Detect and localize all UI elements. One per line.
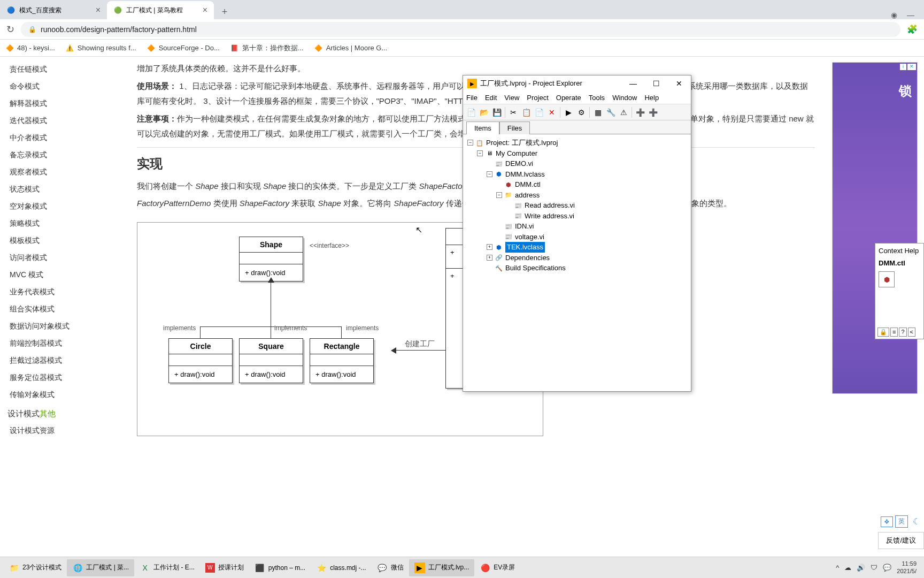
sidebar-item[interactable]: 中介者模式: [0, 130, 124, 147]
tab-items[interactable]: Items: [466, 121, 499, 134]
taskbar-clock[interactable]: 11:59 2021/5/: [897, 560, 917, 574]
menu-help[interactable]: Help: [644, 94, 659, 102]
delete-icon[interactable]: ✕: [546, 107, 558, 118]
advertisement[interactable]: i ✕ 锁: [832, 62, 918, 394]
minimize-window-icon[interactable]: —: [907, 11, 914, 19]
save-icon[interactable]: 💾: [491, 107, 503, 118]
filter-icon[interactable]: ▦: [592, 107, 604, 118]
sidebar-item-resources[interactable]: 设计模式资源: [0, 422, 124, 439]
menu-view[interactable]: View: [504, 94, 519, 102]
close-icon[interactable]: ×: [96, 5, 101, 15]
taskbar-item[interactable]: W授课计划: [200, 559, 249, 576]
taskbar-item[interactable]: X工作计划 - E...: [134, 559, 200, 576]
lock-help-icon[interactable]: 🔒: [877, 328, 889, 337]
bookmark-keysi[interactable]: 🔶48) - keysi...: [5, 44, 55, 52]
minimize-button[interactable]: —: [625, 78, 641, 89]
collapse-icon[interactable]: −: [467, 140, 473, 146]
cut-icon[interactable]: ✂: [507, 107, 519, 118]
bookmark-showing-results[interactable]: ⚠️Showing results f...: [66, 44, 136, 52]
sidebar-item[interactable]: 观察者模式: [0, 164, 124, 181]
browser-tab-runoob[interactable]: 🟢 工厂模式 | 菜鸟教程 ×: [107, 1, 214, 19]
tray-volume-icon[interactable]: 🔊: [857, 564, 865, 572]
taskbar-item[interactable]: 🔴EV录屏: [474, 559, 520, 576]
ime-indicator[interactable]: ❖ 英 ☾: [881, 515, 923, 528]
tree-dmm-class[interactable]: − ⬢ DMM.lvclass: [467, 169, 687, 180]
ad-info-icon[interactable]: i: [900, 64, 906, 70]
sidebar-item[interactable]: 状态模式: [0, 181, 124, 198]
sidebar-item[interactable]: 命令模式: [0, 78, 124, 95]
sidebar-item[interactable]: 策略模式: [0, 215, 124, 232]
add-folder-icon[interactable]: ➕: [647, 107, 659, 118]
menu-operate[interactable]: Operate: [556, 94, 581, 102]
tray-security-icon[interactable]: 🛡: [871, 564, 877, 572]
ad-close-icon[interactable]: ✕: [907, 64, 916, 70]
bookmark-articles-moore[interactable]: 🔶Articles | Moore G...: [314, 44, 388, 52]
tree-my-computer[interactable]: − 🖥 My Computer: [467, 148, 687, 159]
sidebar-item[interactable]: 访问者模式: [0, 249, 124, 267]
collapse-icon[interactable]: −: [496, 192, 502, 198]
sidebar-item[interactable]: 组合实体模式: [0, 301, 124, 318]
tree-dependencies[interactable]: + 🔗 Dependencies: [467, 253, 687, 263]
resolve-icon[interactable]: 🔧: [605, 107, 617, 118]
extensions-icon[interactable]: 🧩: [907, 24, 918, 35]
close-button[interactable]: ✕: [672, 78, 687, 89]
bookmark-sourceforge[interactable]: 🔶SourceForge - Do...: [147, 44, 220, 52]
sidebar-item[interactable]: 前端控制器模式: [0, 335, 124, 352]
tab-files[interactable]: Files: [499, 121, 530, 134]
tree-idn-vi[interactable]: 📰 IDN.vi: [467, 221, 687, 232]
question-help-icon[interactable]: ?: [899, 328, 906, 337]
run-icon[interactable]: ▶: [563, 107, 574, 118]
menu-file[interactable]: File: [466, 94, 478, 102]
tree-project-root[interactable]: − 📋 Project: 工厂模式.lvproj: [467, 138, 687, 148]
taskbar-item[interactable]: 🌐工厂模式 | 菜...: [67, 559, 134, 576]
labview-project-explorer-window[interactable]: ▶ 工厂模式.lvproj - Project Explorer — ☐ ✕ F…: [463, 75, 691, 392]
new-icon[interactable]: 📄: [465, 107, 477, 118]
sidebar-item[interactable]: 拦截过滤器模式: [0, 352, 124, 369]
menu-window[interactable]: Window: [612, 94, 637, 102]
warning-icon[interactable]: ⚠: [618, 107, 629, 118]
sidebar-item[interactable]: 数据访问对象模式: [0, 318, 124, 335]
tree-voltage-vi[interactable]: 📰 voltage.vi: [467, 232, 687, 242]
sidebar-item[interactable]: 备忘录模式: [0, 147, 124, 164]
properties-icon[interactable]: ⚙: [575, 107, 587, 118]
feedback-button[interactable]: 反馈/建议: [878, 532, 924, 549]
tree-tek-class[interactable]: + ⬢ TEK.lvclass: [467, 242, 687, 253]
paste-icon[interactable]: 📄: [533, 107, 545, 118]
close-icon[interactable]: ×: [203, 5, 207, 15]
taskbar-item[interactable]: ⬛python – m...: [249, 559, 311, 576]
expand-icon[interactable]: +: [487, 244, 492, 250]
maximize-button[interactable]: ☐: [649, 78, 664, 89]
taskbar-item[interactable]: 📁23个设计模式: [3, 559, 67, 576]
sidebar-item[interactable]: 迭代器模式: [0, 112, 124, 130]
tray-notification-icon[interactable]: 💬: [883, 564, 891, 572]
menu-tools[interactable]: Tools: [589, 94, 605, 102]
sidebar-item[interactable]: MVC 模式: [0, 267, 124, 284]
sidebar-item[interactable]: 空对象模式: [0, 198, 124, 215]
tree-write-address-vi[interactable]: 📰 Write address.vi: [467, 211, 687, 222]
window-titlebar[interactable]: ▶ 工厂模式.lvproj - Project Explorer — ☐ ✕: [463, 75, 691, 92]
sidebar-item[interactable]: 解释器模式: [0, 95, 124, 112]
collapse-icon[interactable]: −: [477, 150, 483, 156]
context-help-window[interactable]: Context Help DMM.ctl ⬢ 🔒 ≡ ? <: [875, 243, 924, 339]
tree-build-specs[interactable]: 🔨 Build Specifications: [467, 263, 687, 273]
taskbar-item[interactable]: 💬微信: [372, 559, 409, 576]
browser-tab-baidu[interactable]: 🔵 模式_百度搜索 ×: [0, 1, 107, 19]
sidebar-item[interactable]: 服务定位器模式: [0, 369, 124, 386]
tray-overflow-icon[interactable]: ^: [836, 564, 839, 572]
chevron-left-icon[interactable]: <: [908, 328, 915, 337]
reload-button[interactable]: ↻: [6, 24, 14, 35]
tree-dmm-ctl[interactable]: ⬢ DMM.ctl: [467, 179, 687, 190]
sidebar-item[interactable]: 业务代表模式: [0, 284, 124, 301]
sidebar-item[interactable]: 责任链模式: [0, 61, 124, 78]
tree-address-folder[interactable]: − 📁 address: [467, 190, 687, 201]
tree-demo-vi[interactable]: 📰 DEMO.vi: [467, 158, 687, 169]
menu-project[interactable]: Project: [527, 94, 548, 102]
taskbar-item[interactable]: ▶工厂模式.lvp...: [409, 559, 475, 576]
sidebar-item[interactable]: 模板模式: [0, 232, 124, 249]
menu-edit[interactable]: Edit: [485, 94, 497, 102]
bookmark-chapter10[interactable]: 📕第十章：操作数据...: [230, 43, 304, 53]
add-icon[interactable]: ➕: [634, 107, 646, 118]
profile-icon[interactable]: ◉: [891, 11, 897, 19]
tree-read-address-vi[interactable]: 📰 Read address.vi: [467, 200, 687, 211]
open-icon[interactable]: 📂: [478, 107, 490, 118]
